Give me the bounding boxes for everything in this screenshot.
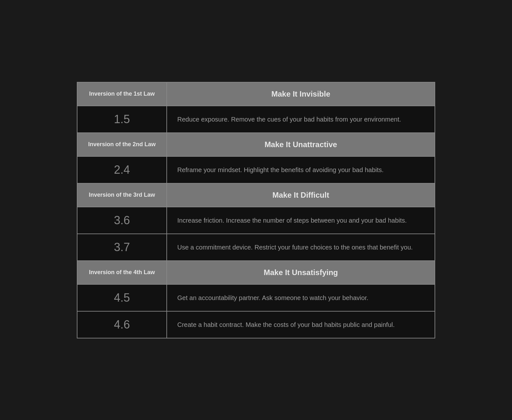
- table-row: 4.6Create a habit contract. Make the cos…: [77, 312, 435, 338]
- header-title-text: Make It Invisible: [271, 90, 330, 99]
- chapter-number: 4.5: [77, 285, 167, 311]
- section-label: Inversion of the 3rd Law: [77, 184, 167, 207]
- section-label: Inversion of the 2nd Law: [77, 133, 167, 156]
- law-description: Create a habit contract. Make the costs …: [167, 312, 435, 338]
- law-title: Make It Unattractive: [167, 133, 435, 156]
- section-label-text: Inversion of the 1st Law: [89, 90, 155, 98]
- chapter-number: 3.7: [77, 234, 167, 260]
- section-label: Inversion of the 4th Law: [77, 261, 167, 284]
- description-text-content: Get an accountability partner. Ask someo…: [177, 293, 368, 303]
- chapter-number: 1.5: [77, 106, 167, 132]
- section-label-text: Inversion of the 3rd Law: [89, 191, 155, 199]
- chapter-num-text: 4.5: [114, 291, 130, 305]
- law-description: Reduce exposure. Remove the cues of your…: [167, 106, 435, 132]
- chapter-number: 4.6: [77, 312, 167, 338]
- header-title-text: Make It Unattractive: [265, 140, 337, 149]
- chapter-num-text: 3.6: [114, 214, 130, 227]
- chapter-num-text: 1.5: [114, 113, 130, 126]
- law-description: Use a commitment device. Restrict your f…: [167, 234, 435, 260]
- description-text-content: Reduce exposure. Remove the cues of your…: [177, 115, 401, 124]
- header-title-text: Make It Difficult: [272, 191, 329, 200]
- chapter-num-text: 3.7: [114, 241, 130, 254]
- description-text-content: Use a commitment device. Restrict your f…: [177, 242, 413, 252]
- chapter-number: 2.4: [77, 157, 167, 183]
- description-text-content: Create a habit contract. Make the costs …: [177, 320, 395, 329]
- section-label-text: Inversion of the 2nd Law: [88, 140, 156, 148]
- header-title-text: Make It Unsatisfying: [264, 268, 338, 277]
- table-row: Inversion of the 3rd LawMake It Difficul…: [77, 184, 435, 207]
- table-row: 3.6Increase friction. Increase the numbe…: [77, 207, 435, 234]
- chapter-number: 3.6: [77, 207, 167, 234]
- law-title: Make It Difficult: [167, 184, 435, 207]
- law-title: Make It Unsatisfying: [167, 261, 435, 284]
- law-description: Increase friction. Increase the number o…: [167, 207, 435, 234]
- table-row: 4.5Get an accountability partner. Ask so…: [77, 285, 435, 312]
- table-row: Inversion of the 2nd LawMake It Unattrac…: [77, 133, 435, 157]
- law-description: Reframe your mindset. Highlight the bene…: [167, 157, 435, 183]
- table-row: Inversion of the 4th LawMake It Unsatisf…: [77, 261, 435, 285]
- table-row: 2.4Reframe your mindset. Highlight the b…: [77, 157, 435, 184]
- chapter-num-text: 2.4: [114, 163, 130, 177]
- table-row: 1.5Reduce exposure. Remove the cues of y…: [77, 106, 435, 133]
- table-row: Inversion of the 1st LawMake It Invisibl…: [77, 83, 435, 106]
- habits-table: Inversion of the 1st LawMake It Invisibl…: [77, 82, 435, 338]
- law-title: Make It Invisible: [167, 83, 435, 106]
- law-description: Get an accountability partner. Ask someo…: [167, 285, 435, 311]
- chapter-num-text: 4.6: [114, 318, 130, 331]
- description-text-content: Increase friction. Increase the number o…: [177, 216, 407, 225]
- description-text-content: Reframe your mindset. Highlight the bene…: [177, 165, 384, 175]
- table-row: 3.7Use a commitment device. Restrict you…: [77, 234, 435, 261]
- section-label: Inversion of the 1st Law: [77, 83, 167, 106]
- section-label-text: Inversion of the 4th Law: [89, 268, 155, 276]
